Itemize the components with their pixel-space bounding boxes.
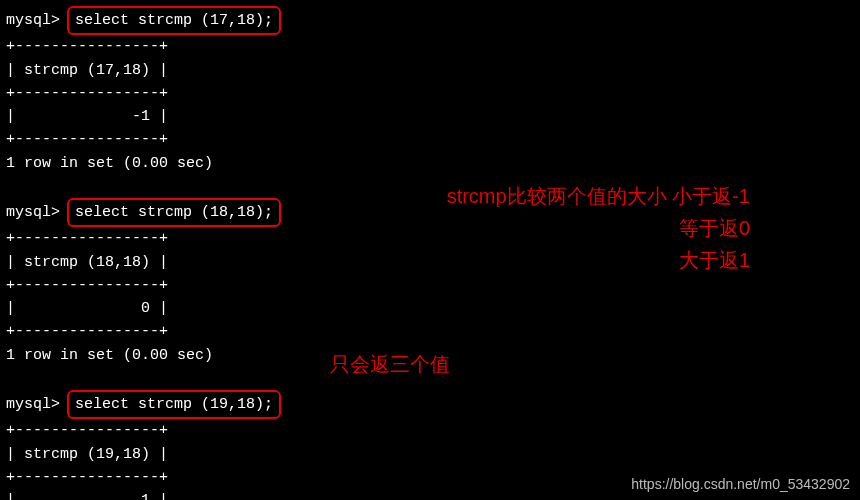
divider: +----------------+ (6, 274, 854, 297)
divider: +----------------+ (6, 82, 854, 105)
result-header-1: | strcmp (17,18) | (6, 59, 854, 82)
result-value-2: | 0 | (6, 297, 854, 320)
divider: +----------------+ (6, 128, 854, 151)
sql-highlight-3: select strcmp (19,18); (67, 390, 281, 419)
prompt-line-3: mysql> select strcmp (19,18); (6, 390, 854, 419)
mysql-prompt: mysql> (6, 396, 60, 413)
sql-query-3: select strcmp (19,18); (75, 393, 273, 416)
divider: +----------------+ (6, 35, 854, 58)
result-footer-1: 1 row in set (0.00 sec) (6, 152, 854, 175)
divider: +----------------+ (6, 419, 854, 442)
sql-query-1: select strcmp (17,18); (75, 9, 273, 32)
annotation-main: strcmp比较两个值的大小 小于返-1 等于返0 大于返1 (400, 180, 750, 276)
sql-highlight-1: select strcmp (17,18); (67, 6, 281, 35)
mysql-prompt: mysql> (6, 12, 60, 29)
sql-query-2: select strcmp (18,18); (75, 201, 273, 224)
result-value-1: | -1 | (6, 105, 854, 128)
prompt-line-1: mysql> select strcmp (17,18); (6, 6, 854, 35)
annotation-line1: strcmp比较两个值的大小 小于返-1 (400, 180, 750, 212)
divider: +----------------+ (6, 320, 854, 343)
annotation-line3: 大于返1 (400, 244, 750, 276)
annotation-line2: 等于返0 (400, 212, 750, 244)
mysql-prompt: mysql> (6, 204, 60, 221)
watermark: https://blog.csdn.net/m0_53432902 (631, 476, 850, 492)
result-header-3: | strcmp (19,18) | (6, 443, 854, 466)
annotation-secondary: 只会返三个值 (330, 348, 450, 380)
sql-highlight-2: select strcmp (18,18); (67, 198, 281, 227)
